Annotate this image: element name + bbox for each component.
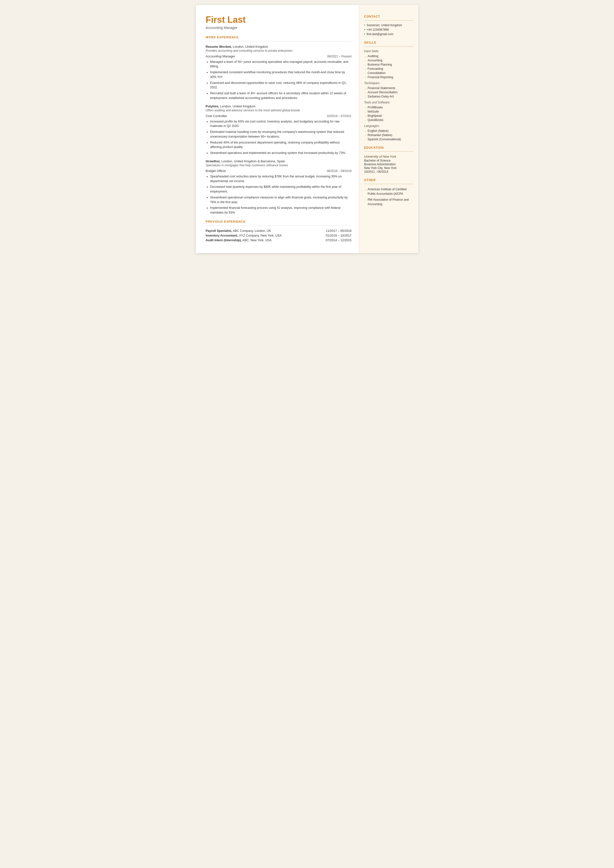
bullet-1-4: Recruited and built a team of 30+ accoun…	[206, 91, 352, 101]
prev-exp-dates-1: 11/2017 – 05/2018	[326, 229, 351, 233]
contact-label: CONTACT	[364, 15, 414, 18]
company-name-3: Growthsi,	[206, 159, 220, 163]
previous-experience-section: PREVIOUS EXPERIENCE Payroll Specialist, …	[206, 220, 352, 242]
contact-email: first.last@gmail.com	[364, 33, 414, 36]
education-section: EDUCATION University of New York Bachelo…	[364, 146, 414, 174]
other-label: OTHER	[364, 179, 414, 182]
bullet-2-3: Reduced 40% of the procurement departmen…	[206, 140, 352, 150]
hard-skills-label: Hard Skills:	[364, 50, 414, 53]
bullet-3-1: Spearheaded cost reduction plans by redu…	[206, 174, 352, 183]
skill-consolidation: Consolidation	[364, 71, 414, 75]
bullet-3-3: Streamlined operational compliance measu…	[206, 195, 352, 205]
prev-exp-left-2: Inventory Accountant, XYZ Company, New Y…	[206, 234, 326, 237]
skills-label: SKILLS	[364, 41, 414, 44]
skill-romanian: Romanian (Native)	[364, 134, 414, 137]
edu-field: Business Administration	[364, 163, 414, 166]
skills-divider	[364, 46, 414, 47]
job-1: Resume Worded, London, United Kingdom Pr…	[206, 45, 352, 101]
company-name-2: Polyhire,	[206, 104, 219, 108]
skill-quickbooks: QuickBooks	[364, 118, 414, 122]
other-divider	[364, 184, 414, 184]
other-item-2: RW Association of Finance and Accounting	[364, 197, 414, 207]
prev-exp-dates-3: 07/2014 – 12/2015	[326, 239, 351, 242]
skill-profitbooks: ProfitBooks	[364, 106, 414, 109]
prev-exp-row-3: Audit Intern (Internship), ABC, New York…	[206, 239, 352, 242]
job-dates-3: 06/2018 – 09/2019	[327, 169, 351, 173]
company-location-1: London, United Kingdom	[233, 45, 268, 48]
edu-degree: Bachelor of Science	[364, 159, 414, 162]
job-bullets-1: Managed a team of 50+ junior accounting …	[206, 60, 352, 101]
company-location-3: London, United Kingdom & Barcelona, Spai…	[221, 159, 285, 163]
skill-forecasting: Forecasting	[364, 67, 414, 70]
job-dates-2: 10/2019 – 07/2021	[327, 114, 351, 118]
prev-exp-dates-2: 01/2016 – 10/2017	[326, 234, 351, 237]
prev-exp-rest-3: ABC, New York, USA	[242, 239, 271, 242]
education-label: EDUCATION	[364, 146, 414, 149]
prev-exp-left-1: Payroll Specialist, ABC Company, London,…	[206, 229, 326, 233]
other-section: OTHER American Institute of Certified Pu…	[364, 179, 414, 207]
company-header-2: Polyhire, London, United Kingdom	[206, 104, 352, 108]
resume-container: First Last Accounting Manager WORK EXPER…	[196, 5, 419, 253]
prev-exp-left-3: Audit Intern (Internship), ABC, New York…	[206, 239, 326, 242]
work-experience-label: WORK EXPERIENCE	[206, 36, 352, 39]
job-header-1: Accounting Manager 08/2021 – Present	[206, 54, 352, 58]
job-role-3: Budget Officer	[206, 169, 226, 173]
job-header-2: Cost Controller 10/2019 – 07/2021	[206, 114, 352, 118]
skill-english: English (Native)	[364, 129, 414, 133]
edu-school: University of New York	[364, 155, 414, 158]
prev-exp-bold-1: Payroll Specialist,	[206, 229, 232, 233]
company-location-2: London, United Kingdom	[220, 104, 256, 108]
company-desc-2: Offers auditing and advisory services to…	[206, 109, 352, 112]
skill-financial-statements: Financial Statements	[364, 86, 414, 90]
skill-brightpearl: Brightpearl	[364, 114, 414, 118]
bullet-3-2: Decreased total quarterly expenses by $8…	[206, 185, 352, 194]
bullet-1-3: Examined and discovered opportunities to…	[206, 81, 352, 90]
job-title-header: Accounting Manager	[206, 26, 352, 30]
edu-location: New York City, New York	[364, 166, 414, 170]
skill-spanish: Spanish (Conversational)	[364, 138, 414, 141]
right-column: CONTACT Somerset, United Kingdom +44 123…	[359, 5, 419, 253]
skill-account-reconciliation: Account Reconciliation	[364, 90, 414, 94]
skill-netsuite: NetSuite	[364, 110, 414, 113]
job-header-3: Budget Officer 06/2018 – 09/2019	[206, 169, 352, 173]
bullet-2-2: Eliminated material handling costs by re…	[206, 130, 352, 139]
contact-address: Somerset, United Kingdom	[364, 23, 414, 27]
job-bullets-2: Increased profits by 83% via cost contro…	[206, 119, 352, 155]
skill-auditing: Auditing	[364, 54, 414, 58]
edu-dates: 10/2011 - 06/2014	[364, 170, 414, 174]
contact-phone: +44 1234567890	[364, 28, 414, 31]
prev-exp-rest-1: ABC Company, London, UK	[232, 229, 271, 233]
company-header-3: Growthsi, London, United Kingdom & Barce…	[206, 159, 352, 163]
languages-label: Languages:	[364, 124, 414, 128]
job-3: Growthsi, London, United Kingdom & Barce…	[206, 159, 352, 215]
job-dates-1: 08/2021 – Present	[327, 55, 351, 58]
previous-experience-label: PREVIOUS EXPERIENCE	[206, 220, 352, 224]
company-header-1: Resume Worded, London, United Kingdom	[206, 45, 352, 48]
job-2: Polyhire, London, United Kingdom Offers …	[206, 104, 352, 155]
skill-accounting: Accounting	[364, 59, 414, 62]
job-role-1: Accounting Manager	[206, 54, 235, 58]
bullet-1-1: Managed a team of 50+ junior accounting …	[206, 60, 352, 69]
skill-business-planning: Business Planning	[364, 63, 414, 66]
other-item-1: American Institute of Certified Public A…	[364, 187, 414, 196]
left-column: First Last Accounting Manager WORK EXPER…	[196, 5, 359, 253]
prev-exp-bold-3: Audit Intern (Internship),	[206, 239, 242, 242]
contact-section: CONTACT Somerset, United Kingdom +44 123…	[364, 15, 414, 36]
prev-exp-rest-2: XYZ Company, New York, USA	[238, 234, 282, 237]
education-divider	[364, 151, 414, 152]
prev-exp-row-2: Inventory Accountant, XYZ Company, New Y…	[206, 234, 352, 237]
job-bullets-3: Spearheaded cost reduction plans by redu…	[206, 174, 352, 215]
prev-exp-row-1: Payroll Specialist, ABC Company, London,…	[206, 229, 352, 233]
company-name-1: Resume Worded,	[206, 45, 232, 48]
techniques-label: Techniques:	[364, 81, 414, 85]
skills-section: SKILLS Hard Skills: Auditing Accounting …	[364, 41, 414, 141]
skill-financial-reporting: Financial Reporting	[364, 76, 414, 79]
skill-sarbanes: Sarbanes-Oxley Act	[364, 95, 414, 98]
bullet-2-1: Increased profits by 83% via cost contro…	[206, 119, 352, 129]
job-role-2: Cost Controller	[206, 114, 227, 118]
bullet-2-4: Streamlined operations and implemented a…	[206, 151, 352, 155]
bullet-1-2: Implemented consistent workflow monitori…	[206, 70, 352, 79]
work-experience-section: WORK EXPERIENCE Resume Worded, London, U…	[206, 36, 352, 215]
prev-exp-bold-2: Inventory Accountant,	[206, 234, 239, 237]
prev-exp-divider	[206, 225, 352, 226]
